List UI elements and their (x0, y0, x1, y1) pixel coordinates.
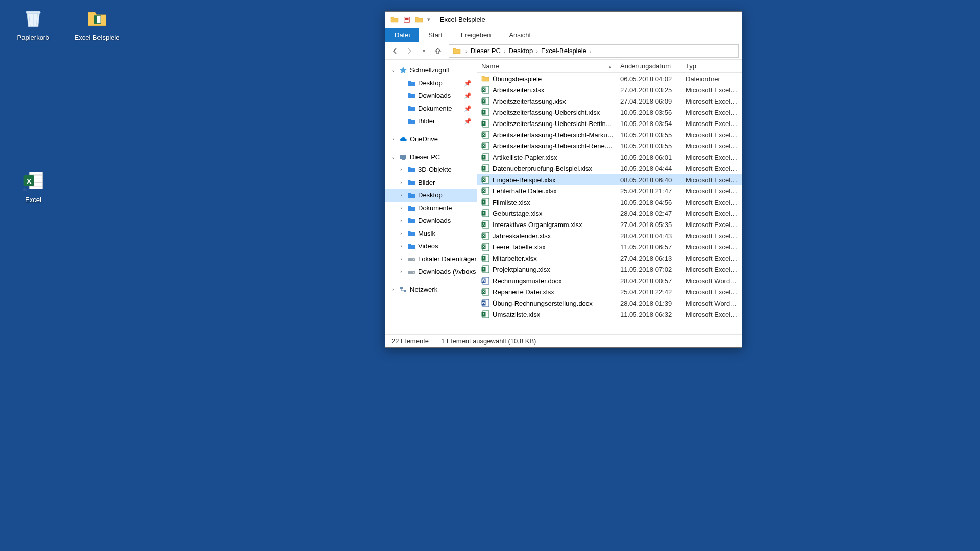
file-date: 11.05.2018 06:32 (616, 311, 681, 318)
forward-button[interactable] (403, 44, 416, 58)
svg-point-10 (413, 259, 414, 260)
tree-item-musik[interactable]: ›Musik (385, 227, 477, 240)
svg-text:X: X (482, 312, 485, 316)
column-header-type[interactable]: Typ (681, 60, 742, 72)
file-explorer-window[interactable]: ▾ | Excel-Beispiele Datei Start Freigebe… (385, 11, 742, 348)
tree-item-downloads[interactable]: Downloads📌 (385, 89, 477, 102)
desktop-icon-recycle-bin[interactable]: Papierkorb (10, 6, 56, 41)
up-button[interactable] (431, 44, 445, 58)
file-row[interactable]: XFilmliste.xlsx10.05.2018 04:56Microsoft… (477, 196, 742, 208)
tree-item-bilder[interactable]: Bilder📌 (385, 115, 477, 128)
file-row[interactable]: XArbeitszeiterfassung-Uebersicht-Bettina… (477, 118, 742, 129)
desktop-icon-excel-app[interactable]: XExcel (10, 168, 56, 204)
address-bar[interactable]: › Dieser PC › Desktop › Excel-Beispiele … (449, 44, 739, 58)
chevron-right-icon[interactable]: › (398, 269, 405, 274)
save-icon[interactable] (402, 15, 411, 24)
tree-item-dieser-pc[interactable]: ⌄Dieser PC (385, 151, 477, 163)
svg-text:X: X (482, 211, 485, 215)
file-type: Microsoft Excel-Ar... (681, 176, 742, 184)
tree-item-bilder[interactable]: ›Bilder (385, 176, 477, 189)
breadcrumb-segment[interactable]: Excel-Beispiele (539, 47, 589, 55)
file-row[interactable]: XArbeitszeiterfassung-Uebersicht-Markus.… (477, 129, 742, 140)
file-row[interactable]: XProjektplanung.xlsx11.05.2018 07:02Micr… (477, 264, 742, 275)
tree-item-desktop[interactable]: ›Desktop (385, 189, 477, 202)
file-row[interactable]: XArbeitszeiten.xlsx27.04.2018 03:25Micro… (477, 84, 742, 95)
file-row[interactable]: XUmsatzliste.xlsx11.05.2018 06:32Microso… (477, 309, 742, 320)
breadcrumb-segment[interactable]: Desktop (507, 47, 535, 55)
file-row[interactable]: XArtikelliste-Papier.xlsx10.05.2018 06:0… (477, 152, 742, 163)
tree-item-videos[interactable]: ›Videos (385, 240, 477, 253)
chevron-down-icon[interactable]: ⌄ (389, 154, 397, 160)
chevron-down-icon[interactable]: ⌄ (389, 67, 397, 73)
file-row[interactable]: XJahreskalender.xlsx28.04.2018 04:43Micr… (477, 230, 742, 241)
svg-rect-0 (26, 11, 40, 13)
chevron-right-icon[interactable]: › (398, 243, 405, 249)
titlebar[interactable]: ▾ | Excel-Beispiele (385, 12, 742, 28)
chevron-right-icon[interactable]: › (398, 231, 405, 236)
desktop-icon-excel-beispiele-folder[interactable]: Excel-Beispiele (74, 6, 120, 41)
tree-item-label: Lokaler Datenträger (418, 255, 477, 263)
chevron-right-icon[interactable]: › (398, 180, 405, 185)
tree-item-downloads-vboxs[interactable]: ›Downloads (\\vboxs (385, 265, 477, 278)
tree-item-lokaler-datentr-ger[interactable]: ›Lokaler Datenträger (385, 253, 477, 265)
file-row[interactable]: WÜbung-Rechnungserstellung.docx28.04.201… (477, 297, 742, 309)
tab-ansicht[interactable]: Ansicht (500, 28, 540, 42)
file-row[interactable]: XReparierte Datei.xlsx25.04.2018 22:42Mi… (477, 286, 742, 297)
pin-icon: 📌 (464, 92, 472, 99)
file-row[interactable]: XArbeitszeiterfassung-Uebersicht.xlsx10.… (477, 107, 742, 118)
file-name: Datenueberpruefung-Beispiel.xlsx (493, 165, 592, 172)
file-row[interactable]: XGeburtstage.xlsx28.04.2018 02:47Microso… (477, 208, 742, 219)
tab-freigeben[interactable]: Freigeben (452, 28, 500, 42)
file-date: 25.04.2018 21:47 (616, 187, 681, 195)
file-date: 10.05.2018 03:56 (616, 109, 681, 116)
chevron-right-icon[interactable]: › (398, 205, 405, 211)
breadcrumb-segment[interactable]: Dieser PC (469, 47, 503, 55)
file-row[interactable]: XArbeitszeiterfassung-Uebersicht-Rene.xl… (477, 140, 742, 152)
tab-start[interactable]: Start (419, 28, 451, 42)
folder-icon (407, 191, 416, 200)
chevron-right-icon[interactable]: › (589, 48, 593, 54)
chevron-right-icon[interactable]: › (535, 48, 539, 54)
tree-item-desktop[interactable]: Desktop📌 (385, 77, 477, 89)
file-row[interactable]: XLeere Tabelle.xlsx11.05.2018 06:57Micro… (477, 241, 742, 253)
file-row[interactable]: Übungsbeispiele06.05.2018 04:02Dateiordn… (477, 73, 742, 84)
column-header-date[interactable]: Änderungsdatum (616, 60, 681, 72)
file-name: Übungsbeispiele (493, 75, 542, 83)
file-row[interactable]: XFehlerhafte Datei.xlsx25.04.2018 21:47M… (477, 185, 742, 196)
chevron-right-icon[interactable]: › (398, 218, 405, 223)
tree-item-dokumente[interactable]: ›Dokumente (385, 202, 477, 214)
file-row[interactable]: WRechnungsmuster.docx28.04.2018 00:57Mic… (477, 275, 742, 286)
history-dropdown-button[interactable]: ▾ (417, 44, 430, 58)
chevron-right-icon[interactable]: › (398, 192, 405, 198)
svg-rect-13 (400, 287, 403, 289)
dropdown-icon[interactable]: ▾ (427, 16, 430, 23)
chevron-right-icon[interactable]: › (389, 136, 397, 142)
file-date: 11.05.2018 07:02 (616, 266, 681, 273)
tree-item-3d-objekte[interactable]: ›3D-Objekte (385, 163, 477, 176)
chevron-right-icon[interactable]: › (464, 48, 469, 54)
file-name: Artikelliste-Papier.xlsx (493, 154, 557, 161)
file-row[interactable]: XMitarbeiter.xlsx27.04.2018 06:13Microso… (477, 253, 742, 264)
quick-access-folder-icon[interactable] (414, 15, 424, 24)
tree-item-downloads[interactable]: ›Downloads (385, 214, 477, 227)
chevron-right-icon[interactable]: › (398, 256, 405, 262)
tree-item-label: Dokumente (418, 105, 452, 112)
file-date: 28.04.2018 02:47 (616, 210, 681, 217)
file-row[interactable]: XArbeitszeiterfassung.xlsx27.04.2018 06:… (477, 95, 742, 107)
chevron-right-icon[interactable]: › (398, 167, 405, 172)
tree-item-onedrive[interactable]: ›OneDrive (385, 133, 477, 145)
navigation-pane[interactable]: ⌄SchnellzugriffDesktop📌Downloads📌Dokumen… (385, 60, 477, 334)
pin-icon: 📌 (464, 80, 472, 87)
back-button[interactable] (388, 44, 402, 58)
tree-item-schnellzugriff[interactable]: ⌄Schnellzugriff (385, 64, 477, 77)
chevron-right-icon[interactable]: › (503, 48, 507, 54)
file-date: 08.05.2018 06:40 (616, 176, 681, 184)
file-row[interactable]: XEingabe-Beispiel.xlsx08.05.2018 06:40Mi… (477, 174, 742, 185)
tree-item-dokumente[interactable]: Dokumente📌 (385, 102, 477, 115)
column-header-name[interactable]: Name ▴ (477, 60, 616, 72)
file-row[interactable]: XInteraktives Organigramm.xlsx27.04.2018… (477, 219, 742, 230)
tree-item-netzwerk[interactable]: ›Netzwerk (385, 283, 477, 296)
chevron-right-icon[interactable]: › (389, 287, 397, 292)
file-row[interactable]: XDatenueberpruefung-Beispiel.xlsx10.05.2… (477, 163, 742, 174)
tab-datei[interactable]: Datei (385, 28, 419, 42)
